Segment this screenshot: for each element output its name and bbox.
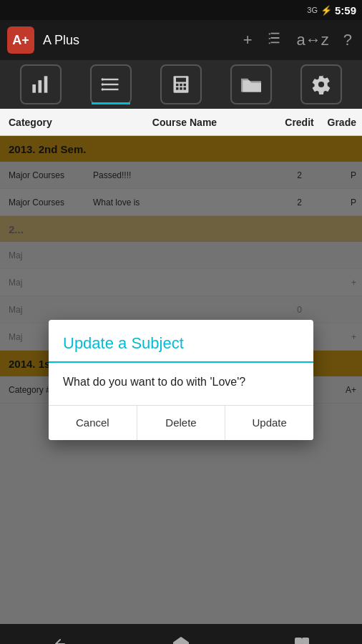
dialog-buttons: Cancel Delete Update — [49, 405, 313, 440]
delete-button[interactable]: Delete — [137, 406, 226, 440]
calculator-icon-btn[interactable] — [160, 64, 202, 104]
app-title: A Plus — [43, 33, 232, 48]
list-icon-btn[interactable] — [90, 64, 132, 104]
status-icons: 3G ⚡ 5:59 — [307, 4, 356, 16]
clock: 5:59 — [335, 4, 356, 16]
dialog-title: Update a Subject — [63, 334, 184, 352]
home-button[interactable] — [163, 631, 199, 644]
sort-icon[interactable]: a↔z — [294, 28, 332, 52]
header-category: Category — [0, 117, 93, 128]
svg-rect-17 — [303, 638, 308, 644]
svg-rect-9 — [176, 78, 186, 82]
content-area: 2013. 2nd Sem. Major Courses Passed!!!! … — [0, 136, 362, 624]
header-grade: Grade — [323, 117, 362, 128]
status-bar: 3G ⚡ 5:59 — [0, 0, 362, 20]
header-course: Course Name — [93, 117, 276, 128]
svg-rect-16 — [295, 638, 301, 644]
app-container: A+ A Plus + a↔z ? — [0, 20, 362, 624]
dialog-message: What do you want to do with 'Love'? — [63, 374, 299, 390]
table-header: Category Course Name Credit Grade — [0, 109, 362, 136]
update-button[interactable]: Update — [225, 406, 313, 440]
bottom-nav — [0, 624, 362, 644]
help-icon[interactable]: ? — [341, 28, 355, 52]
folder-icon-btn[interactable] — [230, 64, 272, 104]
svg-point-8 — [102, 88, 104, 91]
dialog-overlay: Update a Subject What do you want to do … — [0, 136, 362, 624]
dialog-header: Update a Subject — [49, 320, 313, 363]
add-icon[interactable]: + — [240, 28, 255, 52]
header-credit: Credit — [276, 117, 323, 128]
svg-rect-1 — [39, 80, 42, 93]
signal-icon: 3G — [307, 6, 318, 14]
svg-rect-0 — [32, 84, 36, 93]
svg-rect-12 — [184, 84, 187, 87]
icon-toolbar — [0, 60, 362, 109]
svg-rect-3 — [104, 79, 119, 80]
svg-rect-13 — [176, 87, 179, 90]
chart-icon-btn[interactable] — [20, 64, 62, 104]
dialog: Update a Subject What do you want to do … — [49, 320, 313, 439]
svg-rect-11 — [180, 84, 182, 87]
svg-rect-10 — [176, 84, 179, 87]
svg-point-6 — [102, 78, 104, 81]
svg-rect-2 — [44, 76, 48, 92]
svg-rect-4 — [104, 84, 119, 85]
svg-rect-14 — [180, 87, 182, 90]
app-logo: A+ — [7, 26, 34, 54]
dialog-body: What do you want to do with 'Love'? — [49, 363, 313, 404]
svg-rect-5 — [104, 89, 119, 90]
svg-rect-15 — [184, 87, 187, 90]
settings-icon-btn[interactable] — [300, 64, 342, 104]
battery-icon: ⚡ — [321, 5, 332, 16]
recents-button[interactable] — [284, 631, 320, 644]
transfer-icon[interactable] — [264, 27, 285, 53]
back-button[interactable] — [42, 631, 78, 644]
cancel-button[interactable]: Cancel — [49, 406, 137, 440]
top-bar: A+ A Plus + a↔z ? — [0, 20, 362, 60]
svg-point-7 — [102, 83, 104, 86]
